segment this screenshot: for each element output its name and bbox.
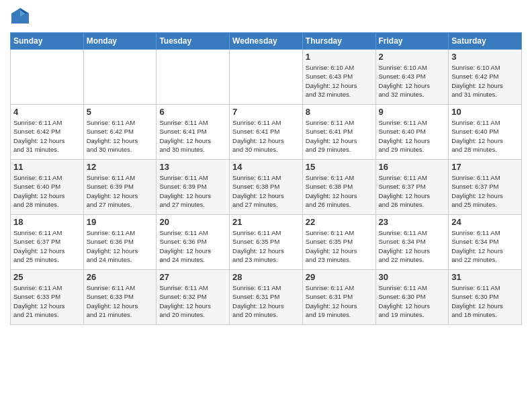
day-info: Sunrise: 6:11 AM Sunset: 6:33 PM Dayligh… [87, 283, 154, 319]
day-number: 9 [379, 107, 446, 117]
calendar-cell: 31Sunrise: 6:11 AM Sunset: 6:30 PM Dayli… [449, 270, 522, 325]
calendar-cell: 28Sunrise: 6:11 AM Sunset: 6:31 PM Dayli… [230, 270, 303, 325]
day-number: 20 [159, 217, 226, 227]
day-info: Sunrise: 6:11 AM Sunset: 6:37 PM Dayligh… [379, 173, 446, 209]
day-info: Sunrise: 6:10 AM Sunset: 6:42 PM Dayligh… [451, 63, 519, 99]
day-info: Sunrise: 6:11 AM Sunset: 6:30 PM Dayligh… [379, 283, 446, 319]
day-info: Sunrise: 6:11 AM Sunset: 6:37 PM Dayligh… [13, 228, 81, 264]
calendar-cell: 15Sunrise: 6:11 AM Sunset: 6:38 PM Dayli… [302, 160, 375, 215]
day-number: 18 [13, 217, 81, 227]
day-number: 23 [379, 217, 446, 227]
calendar-cell: 8Sunrise: 6:11 AM Sunset: 6:41 PM Daylig… [302, 105, 375, 160]
calendar-cell: 26Sunrise: 6:11 AM Sunset: 6:33 PM Dayli… [83, 270, 157, 325]
day-number: 26 [87, 272, 154, 282]
day-info: Sunrise: 6:11 AM Sunset: 6:31 PM Dayligh… [232, 283, 300, 319]
day-info: Sunrise: 6:11 AM Sunset: 6:30 PM Dayligh… [451, 283, 519, 319]
day-info: Sunrise: 6:11 AM Sunset: 6:34 PM Dayligh… [379, 228, 446, 264]
logo [10, 7, 33, 27]
calendar-cell: 23Sunrise: 6:11 AM Sunset: 6:34 PM Dayli… [375, 215, 449, 270]
calendar-cell: 16Sunrise: 6:11 AM Sunset: 6:37 PM Dayli… [375, 160, 449, 215]
day-number: 31 [451, 272, 519, 282]
day-number: 27 [159, 272, 226, 282]
week-row-3: 11Sunrise: 6:11 AM Sunset: 6:40 PM Dayli… [11, 160, 522, 215]
calendar-cell: 5Sunrise: 6:11 AM Sunset: 6:42 PM Daylig… [83, 105, 157, 160]
day-info: Sunrise: 6:11 AM Sunset: 6:38 PM Dayligh… [232, 173, 300, 209]
calendar-cell: 19Sunrise: 6:11 AM Sunset: 6:36 PM Dayli… [83, 215, 157, 270]
calendar-cell: 12Sunrise: 6:11 AM Sunset: 6:39 PM Dayli… [83, 160, 157, 215]
calendar-cell: 10Sunrise: 6:11 AM Sunset: 6:40 PM Dayli… [449, 105, 522, 160]
weekday-header-monday: Monday [83, 33, 157, 50]
week-row-2: 4Sunrise: 6:11 AM Sunset: 6:42 PM Daylig… [11, 105, 522, 160]
day-number: 10 [451, 107, 519, 117]
day-number: 22 [306, 217, 373, 227]
day-number: 28 [232, 272, 300, 282]
week-row-1: 1Sunrise: 6:10 AM Sunset: 6:43 PM Daylig… [11, 50, 522, 105]
day-number: 4 [13, 107, 81, 117]
day-info: Sunrise: 6:11 AM Sunset: 6:41 PM Dayligh… [306, 118, 373, 154]
day-info: Sunrise: 6:11 AM Sunset: 6:42 PM Dayligh… [13, 118, 81, 154]
week-row-4: 18Sunrise: 6:11 AM Sunset: 6:37 PM Dayli… [11, 215, 522, 270]
calendar-cell: 24Sunrise: 6:11 AM Sunset: 6:34 PM Dayli… [449, 215, 522, 270]
weekday-header-sunday: Sunday [11, 33, 84, 50]
day-number: 8 [306, 107, 373, 117]
calendar-cell: 11Sunrise: 6:11 AM Sunset: 6:40 PM Dayli… [11, 160, 84, 215]
calendar-cell: 7Sunrise: 6:11 AM Sunset: 6:41 PM Daylig… [230, 105, 303, 160]
calendar-cell: 17Sunrise: 6:11 AM Sunset: 6:37 PM Dayli… [449, 160, 522, 215]
day-info: Sunrise: 6:11 AM Sunset: 6:35 PM Dayligh… [306, 228, 373, 264]
calendar-cell: 30Sunrise: 6:11 AM Sunset: 6:30 PM Dayli… [375, 270, 449, 325]
weekday-header-tuesday: Tuesday [157, 33, 230, 50]
day-number: 6 [159, 107, 226, 117]
calendar-cell: 25Sunrise: 6:11 AM Sunset: 6:33 PM Dayli… [11, 270, 84, 325]
calendar-cell [83, 50, 157, 105]
calendar-cell: 1Sunrise: 6:10 AM Sunset: 6:43 PM Daylig… [302, 50, 375, 105]
day-number: 5 [87, 107, 154, 117]
day-info: Sunrise: 6:11 AM Sunset: 6:31 PM Dayligh… [306, 283, 373, 319]
calendar-table: SundayMondayTuesdayWednesdayThursdayFrid… [10, 32, 522, 325]
calendar-cell: 22Sunrise: 6:11 AM Sunset: 6:35 PM Dayli… [302, 215, 375, 270]
calendar-cell: 2Sunrise: 6:10 AM Sunset: 6:43 PM Daylig… [375, 50, 449, 105]
calendar-cell [11, 50, 84, 105]
weekday-header-wednesday: Wednesday [230, 33, 303, 50]
day-number: 16 [379, 162, 446, 172]
day-info: Sunrise: 6:11 AM Sunset: 6:40 PM Dayligh… [451, 118, 519, 154]
day-number: 3 [451, 52, 519, 62]
day-info: Sunrise: 6:11 AM Sunset: 6:37 PM Dayligh… [451, 173, 519, 209]
day-number: 13 [159, 162, 226, 172]
page: SundayMondayTuesdayWednesdayThursdayFrid… [0, 0, 532, 411]
calendar-cell: 14Sunrise: 6:11 AM Sunset: 6:38 PM Dayli… [230, 160, 303, 215]
day-info: Sunrise: 6:11 AM Sunset: 6:41 PM Dayligh… [232, 118, 300, 154]
header [10, 7, 522, 27]
calendar-cell: 18Sunrise: 6:11 AM Sunset: 6:37 PM Dayli… [11, 215, 84, 270]
day-info: Sunrise: 6:11 AM Sunset: 6:40 PM Dayligh… [13, 173, 81, 209]
weekday-header-friday: Friday [375, 33, 449, 50]
day-info: Sunrise: 6:11 AM Sunset: 6:36 PM Dayligh… [87, 228, 154, 264]
day-info: Sunrise: 6:11 AM Sunset: 6:40 PM Dayligh… [379, 118, 446, 154]
day-number: 7 [232, 107, 300, 117]
calendar-cell [230, 50, 303, 105]
calendar-cell: 3Sunrise: 6:10 AM Sunset: 6:42 PM Daylig… [449, 50, 522, 105]
weekday-header-thursday: Thursday [302, 33, 375, 50]
day-info: Sunrise: 6:11 AM Sunset: 6:35 PM Dayligh… [232, 228, 300, 264]
weekday-header-row: SundayMondayTuesdayWednesdayThursdayFrid… [11, 33, 522, 50]
week-row-5: 25Sunrise: 6:11 AM Sunset: 6:33 PM Dayli… [11, 270, 522, 325]
day-info: Sunrise: 6:11 AM Sunset: 6:38 PM Dayligh… [306, 173, 373, 209]
day-number: 1 [306, 52, 373, 62]
day-number: 19 [87, 217, 154, 227]
day-number: 30 [379, 272, 446, 282]
day-number: 21 [232, 217, 300, 227]
day-info: Sunrise: 6:10 AM Sunset: 6:43 PM Dayligh… [379, 63, 446, 99]
day-number: 11 [13, 162, 81, 172]
weekday-header-saturday: Saturday [449, 33, 522, 50]
logo-icon [10, 7, 30, 27]
day-info: Sunrise: 6:11 AM Sunset: 6:36 PM Dayligh… [159, 228, 226, 264]
day-info: Sunrise: 6:11 AM Sunset: 6:41 PM Dayligh… [159, 118, 226, 154]
day-number: 15 [306, 162, 373, 172]
calendar-cell: 4Sunrise: 6:11 AM Sunset: 6:42 PM Daylig… [11, 105, 84, 160]
day-info: Sunrise: 6:11 AM Sunset: 6:34 PM Dayligh… [451, 228, 519, 264]
calendar-cell: 6Sunrise: 6:11 AM Sunset: 6:41 PM Daylig… [157, 105, 230, 160]
day-number: 29 [306, 272, 373, 282]
calendar-cell: 27Sunrise: 6:11 AM Sunset: 6:32 PM Dayli… [157, 270, 230, 325]
calendar-cell: 29Sunrise: 6:11 AM Sunset: 6:31 PM Dayli… [302, 270, 375, 325]
day-info: Sunrise: 6:11 AM Sunset: 6:42 PM Dayligh… [87, 118, 154, 154]
day-info: Sunrise: 6:11 AM Sunset: 6:32 PM Dayligh… [159, 283, 226, 319]
